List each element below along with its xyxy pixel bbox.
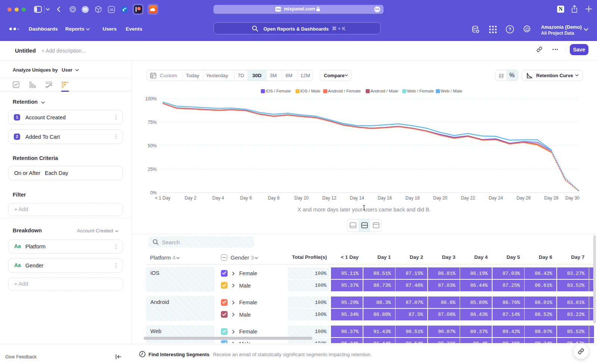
svg-text:?: ? xyxy=(509,27,512,32)
svg-text:Day 18: Day 18 xyxy=(406,195,420,201)
svg-text:Day 20: Day 20 xyxy=(433,195,447,201)
svg-text:Day 8: Day 8 xyxy=(268,195,280,201)
svg-text:JS: JS xyxy=(109,8,113,12)
svg-text:< 1 Day: < 1 Day xyxy=(155,195,171,201)
svg-text:Day 12: Day 12 xyxy=(322,195,336,201)
svg-text:Day 14: Day 14 xyxy=(350,195,364,201)
svg-text:75%: 75% xyxy=(148,120,157,125)
svg-text:Day 6: Day 6 xyxy=(240,195,252,201)
svg-text:Day 4: Day 4 xyxy=(212,195,224,201)
svg-text:Day 28: Day 28 xyxy=(544,195,559,201)
svg-text:Day 2: Day 2 xyxy=(185,195,197,201)
svg-text:Day 24: Day 24 xyxy=(489,195,503,201)
svg-text:100%: 100% xyxy=(145,96,157,101)
svg-text:25%: 25% xyxy=(148,167,157,172)
svg-text:Day 30: Day 30 xyxy=(565,195,579,201)
svg-text:Day 22: Day 22 xyxy=(461,195,475,201)
svg-text:Day 26: Day 26 xyxy=(516,195,531,201)
svg-text:0%: 0% xyxy=(150,190,157,195)
svg-text:Day 16: Day 16 xyxy=(378,195,392,201)
svg-text:Day 10: Day 10 xyxy=(294,195,309,201)
svg-text:50%: 50% xyxy=(148,143,157,148)
